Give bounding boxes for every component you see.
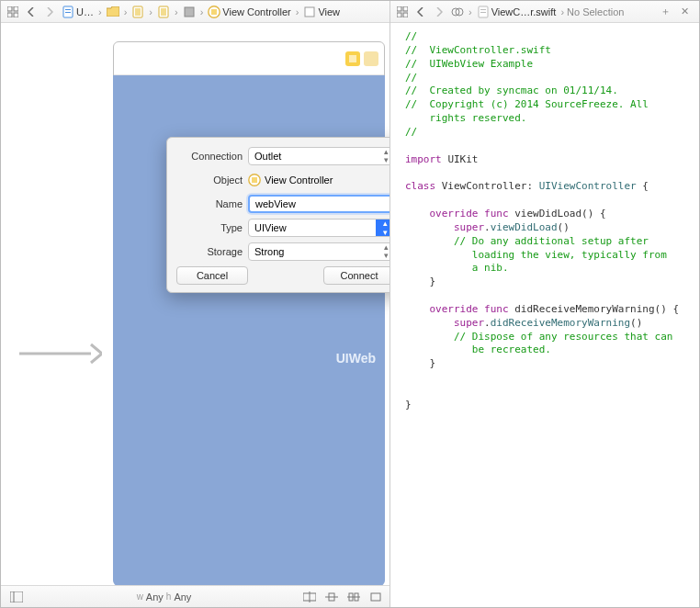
object-label: Object — [176, 175, 243, 186]
chevron-right-icon: › — [97, 6, 103, 17]
ib-canvas[interactable]: UIWeb Connection Outlet ▴▾ Object — [1, 23, 390, 585]
chevron-right-icon: › — [199, 6, 205, 17]
resolve-icon[interactable] — [347, 591, 360, 602]
outline-toggle-icon[interactable] — [8, 590, 25, 604]
viewcontroller-icon — [248, 174, 261, 186]
svg-rect-15 — [349, 55, 356, 62]
name-input[interactable] — [248, 195, 390, 213]
svg-rect-18 — [252, 177, 257, 183]
chevron-right-icon: › — [295, 6, 300, 17]
chevron-right-icon: › — [559, 6, 565, 17]
code-editor[interactable]: // // ViewController.swift // UIWebView … — [390, 23, 699, 607]
type-label: Type — [176, 222, 243, 233]
connection-value: Outlet — [254, 151, 281, 162]
breadcrumb-item[interactable] — [130, 6, 146, 18]
forward-icon[interactable] — [41, 5, 58, 19]
name-label: Name — [176, 198, 243, 209]
left-breadcrumb: U… › › › › › View Controller › — [1, 1, 390, 23]
h-value: Any — [174, 591, 191, 602]
scene-group-icon — [183, 6, 196, 18]
breadcrumb-item[interactable]: View — [301, 6, 342, 18]
breadcrumb-item[interactable]: View Controller — [206, 6, 292, 18]
svg-rect-2 — [7, 13, 12, 17]
back-icon[interactable] — [23, 5, 40, 19]
breadcrumb-item[interactable] — [181, 6, 198, 18]
counterparts-icon[interactable] — [449, 5, 466, 19]
connection-select[interactable]: Outlet ▴▾ — [248, 147, 390, 165]
chevron-updown-icon: ▴▾ — [376, 220, 390, 236]
file-label: ViewC…r.swift — [491, 6, 557, 17]
svg-rect-11 — [185, 7, 194, 17]
chevron-updown-icon: ▴▾ — [384, 148, 389, 164]
svg-rect-1 — [14, 6, 18, 11]
add-assistant-icon[interactable]: ＋ — [660, 5, 675, 18]
close-assistant-icon[interactable]: ✕ — [681, 6, 695, 17]
svg-rect-30 — [403, 6, 408, 11]
svg-rect-6 — [65, 12, 71, 13]
initial-vc-arrow-icon — [19, 335, 102, 372]
svg-rect-13 — [211, 9, 217, 15]
h-prefix: h — [166, 591, 172, 602]
svg-rect-3 — [14, 13, 18, 17]
svg-rect-19 — [10, 591, 23, 602]
svg-rect-5 — [65, 9, 71, 10]
viewcontroller-icon — [208, 6, 220, 18]
breadcrumb-item[interactable] — [155, 6, 172, 18]
svg-rect-14 — [305, 7, 314, 17]
grid-icon[interactable] — [394, 5, 411, 19]
chevron-right-icon: › — [468, 6, 473, 17]
grid-icon[interactable] — [5, 5, 21, 19]
svg-rect-10 — [161, 8, 166, 16]
folder-icon — [107, 6, 119, 18]
breadcrumb-label: View — [318, 6, 340, 17]
size-class-control[interactable]: wAny hAny — [137, 591, 192, 602]
type-select[interactable]: UIView ▴▾ — [248, 219, 390, 237]
svg-rect-0 — [7, 6, 12, 11]
type-value: UIView — [254, 222, 287, 233]
cancel-button[interactable]: Cancel — [176, 266, 248, 285]
w-value: Any — [146, 591, 164, 602]
selection-label: No Selection — [567, 6, 624, 17]
breadcrumb-item[interactable]: ViewC…r.swift — [475, 6, 559, 18]
view-icon — [303, 6, 316, 18]
scene-icon — [157, 6, 170, 18]
svg-rect-29 — [397, 6, 401, 11]
ib-bottom-bar: wAny hAny — [1, 585, 390, 607]
align-icon[interactable] — [303, 591, 316, 602]
storage-label: Storage — [176, 246, 243, 257]
storage-value: Strong — [254, 246, 284, 257]
svg-rect-31 — [397, 13, 401, 17]
breadcrumb-label: U… — [76, 6, 94, 17]
chevron-right-icon: › — [148, 6, 153, 17]
breadcrumb-item[interactable]: U… — [60, 6, 96, 18]
viewcontroller-icon[interactable] — [345, 51, 360, 66]
forward-icon[interactable] — [431, 5, 447, 19]
svg-rect-36 — [480, 9, 486, 10]
svg-rect-28 — [371, 593, 380, 601]
scene-icon — [131, 6, 144, 18]
object-value: View Controller — [265, 175, 333, 186]
breadcrumb-item[interactable] — [105, 6, 121, 18]
swift-file-icon — [477, 6, 490, 18]
storage-select[interactable]: Strong ▴▾ — [248, 242, 390, 261]
uiwebview-label: UIWeb — [336, 351, 376, 366]
chevron-right-icon: › — [174, 6, 179, 17]
first-responder-icon[interactable] — [364, 51, 378, 66]
connect-button[interactable]: Connect — [323, 266, 390, 285]
w-prefix: w — [137, 591, 143, 602]
back-icon[interactable] — [412, 5, 429, 19]
storyboard-file-icon — [62, 6, 74, 18]
svg-rect-37 — [480, 12, 486, 13]
svg-rect-8 — [135, 8, 141, 16]
breadcrumb-label: View Controller — [222, 6, 290, 17]
pin-icon[interactable] — [325, 591, 338, 602]
right-breadcrumb: › ViewC…r.swift › No Selection ＋ ✕ — [390, 1, 699, 23]
chevron-updown-icon: ▴▾ — [384, 243, 389, 260]
chevron-right-icon: › — [123, 6, 129, 17]
connection-label: Connection — [176, 151, 243, 162]
resizing-icon[interactable] — [369, 591, 382, 602]
outlet-popover: Connection Outlet ▴▾ Object View Control… — [166, 137, 390, 293]
object-value-container: View Controller — [248, 171, 390, 189]
svg-rect-32 — [403, 13, 408, 17]
